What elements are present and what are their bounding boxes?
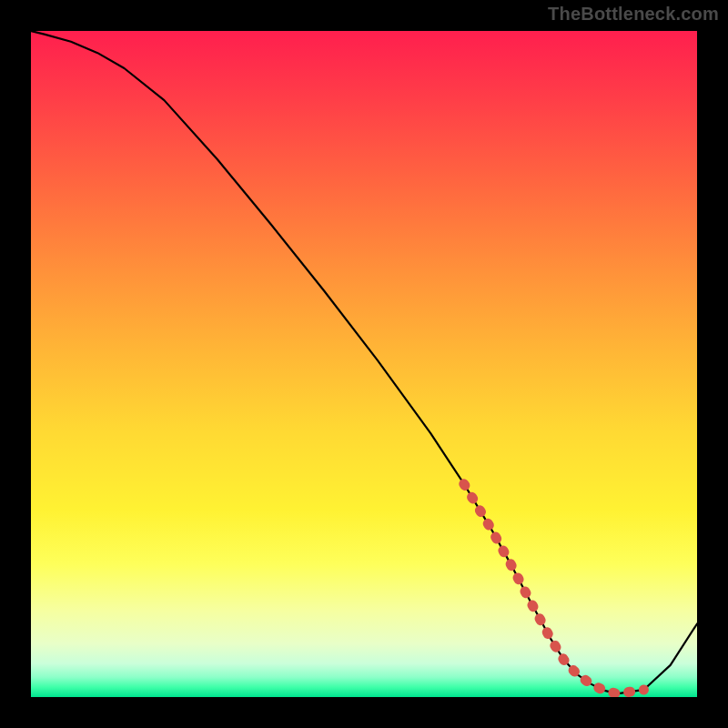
plot-area [31, 31, 697, 697]
watermark-text: TheBottleneck.com [548, 4, 719, 25]
bottleneck-curve-path [31, 31, 697, 693]
curve-svg [31, 31, 697, 697]
chart-stage: TheBottleneck.com [0, 0, 728, 728]
main-curve-group [31, 31, 697, 693]
valley-highlight-path [464, 484, 644, 694]
